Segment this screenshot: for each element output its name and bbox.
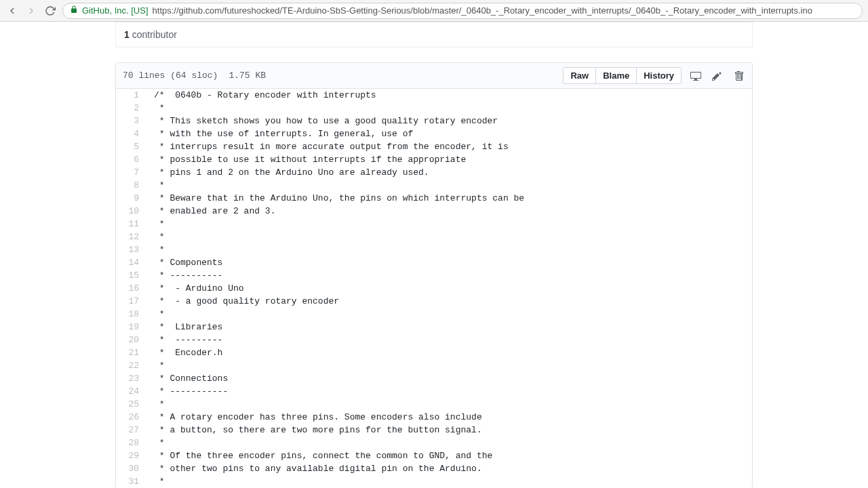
code-line: * Encoder.h — [146, 346, 752, 359]
line-number[interactable]: 29 — [116, 449, 146, 462]
code-line: * other two pins to any available digita… — [146, 462, 752, 475]
code-row: 15 * ---------- — [116, 269, 752, 282]
code-line: * — [146, 359, 752, 372]
code-line: * — [146, 179, 752, 192]
code-line: * A rotary encoder has three pins. Some … — [146, 411, 752, 424]
line-number[interactable]: 22 — [116, 359, 146, 372]
file-size: 1.75 KB — [229, 70, 266, 81]
line-number[interactable]: 12 — [116, 230, 146, 243]
code-row: 1/* 0640b - Rotary encoder with interrup… — [116, 89, 752, 102]
code-line: * Beware that in the Arduino Uno, the pi… — [146, 192, 752, 205]
code-row: 9 * Beware that in the Arduino Uno, the … — [116, 192, 752, 205]
contributors-bar: 1 contributor — [115, 22, 753, 47]
line-number[interactable]: 21 — [116, 346, 146, 359]
code-row: 16 * - Arduino Uno — [116, 282, 752, 295]
contributors-label: contributor — [132, 29, 177, 40]
line-number[interactable]: 30 — [116, 462, 146, 475]
code-line: * — [146, 398, 752, 411]
code-row: 12 * — [116, 230, 752, 243]
code-row: 21 * Encoder.h — [116, 346, 752, 359]
line-number[interactable]: 16 — [116, 282, 146, 295]
url-org: GitHub, Inc. [US] — [82, 5, 149, 16]
line-number[interactable]: 4 — [116, 127, 146, 140]
code-line: * possible to use it without interrupts … — [146, 153, 752, 166]
code-row: 17 * - a good quality rotary encoder — [116, 295, 752, 308]
code-row: 23 * Connections — [116, 372, 752, 385]
line-number[interactable]: 31 — [116, 475, 146, 488]
line-number[interactable]: 20 — [116, 333, 146, 346]
code-line: * — [146, 308, 752, 321]
line-number[interactable]: 9 — [116, 192, 146, 205]
line-number[interactable]: 25 — [116, 398, 146, 411]
code-line: * — [146, 230, 752, 243]
line-number[interactable]: 26 — [116, 411, 146, 424]
code-line: * pins 1 and 2 on the Arduino Uno are al… — [146, 166, 752, 179]
code-row: 25 * — [116, 398, 752, 411]
line-number[interactable]: 6 — [116, 153, 146, 166]
desktop-icon[interactable] — [690, 70, 702, 82]
code-line: * Libraries — [146, 321, 752, 333]
code-line: * — [146, 218, 752, 230]
contributors-count: 1 — [124, 29, 130, 40]
trash-icon[interactable] — [733, 70, 745, 82]
code-line: * - a good quality rotary encoder — [146, 295, 752, 308]
code-line: * Components — [146, 256, 752, 269]
line-number[interactable]: 27 — [116, 424, 146, 436]
line-number[interactable]: 11 — [116, 218, 146, 230]
history-button[interactable]: History — [636, 67, 682, 84]
line-number[interactable]: 18 — [116, 308, 146, 321]
code-table: 1/* 0640b - Rotary encoder with interrup… — [116, 89, 752, 488]
code-row: 5 * interrups result in more accurate ou… — [116, 140, 752, 153]
blame-button[interactable]: Blame — [595, 67, 637, 84]
line-number[interactable]: 5 — [116, 140, 146, 153]
line-number[interactable]: 13 — [116, 243, 146, 256]
line-number[interactable]: 1 — [116, 89, 146, 102]
line-number[interactable]: 23 — [116, 372, 146, 385]
code-line: * --------- — [146, 333, 752, 346]
code-line: * — [146, 475, 752, 488]
code-row: 30 * other two pins to any available dig… — [116, 462, 752, 475]
code-line: * interrups result in more accurate outp… — [146, 140, 752, 153]
browser-toolbar: GitHub, Inc. [US] https://github.com/fut… — [0, 0, 868, 22]
file-actions: Raw Blame History — [563, 67, 745, 84]
code-row: 26 * A rotary encoder has three pins. So… — [116, 411, 752, 424]
line-number[interactable]: 28 — [116, 436, 146, 449]
forward-button[interactable] — [24, 4, 38, 18]
file-view-container: 1 contributor 70 lines (64 sloc) 1.75 KB… — [115, 22, 753, 488]
code-line: * Of the three encoder pins, connect the… — [146, 449, 752, 462]
code-line: /* 0640b - Rotary encoder with interrupt… — [146, 89, 752, 102]
line-number[interactable]: 7 — [116, 166, 146, 179]
line-number[interactable]: 19 — [116, 321, 146, 333]
code-line: * with the use of interrupts. In general… — [146, 127, 752, 140]
code-line: * — [146, 243, 752, 256]
back-button[interactable] — [5, 4, 19, 18]
code-line: * ---------- — [146, 269, 752, 282]
address-bar[interactable]: GitHub, Inc. [US] https://github.com/fut… — [62, 3, 863, 19]
code-row: 6 * possible to use it without interrupt… — [116, 153, 752, 166]
line-number[interactable]: 14 — [116, 256, 146, 269]
code-row: 18 * — [116, 308, 752, 321]
code-row: 19 * Libraries — [116, 321, 752, 333]
file-header: 70 lines (64 sloc) 1.75 KB Raw Blame His… — [116, 63, 752, 89]
pencil-icon[interactable] — [711, 70, 724, 82]
code-row: 3 * This sketch shows you how to use a g… — [116, 115, 752, 127]
line-number[interactable]: 17 — [116, 295, 146, 308]
code-line: * — [146, 436, 752, 449]
reload-button[interactable] — [43, 4, 57, 18]
line-number[interactable]: 15 — [116, 269, 146, 282]
code-line: * - Arduino Uno — [146, 282, 752, 295]
view-mode-buttons: Raw Blame History — [563, 67, 682, 84]
line-number[interactable]: 24 — [116, 385, 146, 398]
code-row: 20 * --------- — [116, 333, 752, 346]
lock-icon — [70, 5, 78, 16]
code-row: 14 * Components — [116, 256, 752, 269]
raw-button[interactable]: Raw — [563, 67, 596, 84]
file-lines: 70 lines (64 sloc) — [123, 70, 218, 81]
line-number[interactable]: 3 — [116, 115, 146, 127]
line-number[interactable]: 2 — [116, 102, 146, 115]
file-box: 70 lines (64 sloc) 1.75 KB Raw Blame His… — [115, 62, 753, 488]
code-row: 29 * Of the three encoder pins, connect … — [116, 449, 752, 462]
line-number[interactable]: 8 — [116, 179, 146, 192]
line-number[interactable]: 10 — [116, 205, 146, 218]
code-row: 10 * enabled are 2 and 3. — [116, 205, 752, 218]
